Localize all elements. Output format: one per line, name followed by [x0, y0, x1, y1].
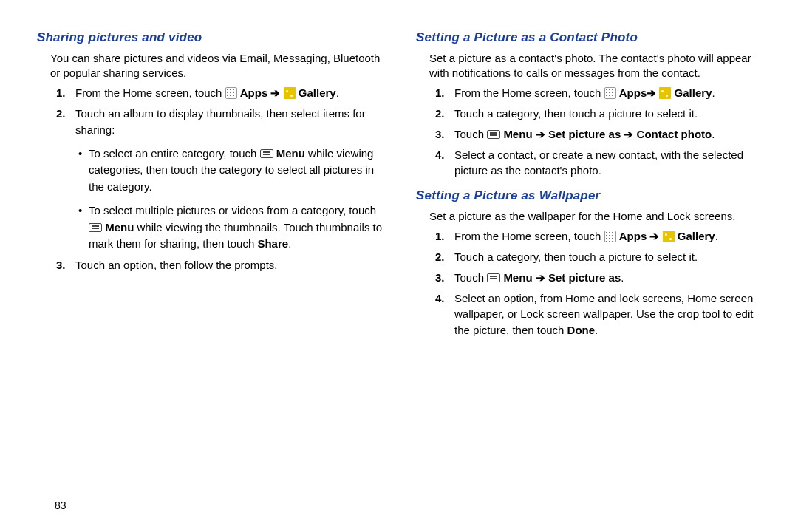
arrow-icon: ➔: [647, 86, 656, 99]
set-picture-as-label: Set picture as: [548, 271, 621, 284]
text: .: [712, 128, 715, 140]
menu-icon: [487, 273, 500, 282]
contact-step-2: 2. Touch a category, then touch a pictur…: [429, 106, 768, 122]
apps-icon: [225, 87, 237, 99]
text: Touch: [454, 271, 487, 284]
apps-icon: [604, 87, 616, 99]
wall-step-1: 1. From the Home screen, touch Apps ➔ Ga…: [429, 228, 768, 245]
arrow-icon: ➔: [536, 128, 545, 140]
wall-step-3: 3. Touch Menu ➔ Set picture as.: [429, 270, 768, 286]
menu-label: Menu: [503, 128, 535, 140]
text: Select an option, from Home and lock scr…: [454, 292, 753, 337]
sharing-step-1: 1. From the Home screen, touch Apps ➔ Ga…: [50, 85, 389, 101]
menu-icon: [89, 223, 102, 232]
sharing-step-2: 2. Touch an album to display thumbnails,…: [50, 106, 389, 253]
heading-contact-photo: Setting a Picture as a Contact Photo: [416, 30, 768, 47]
sharing-bullet-1: To select an entire category, touch Menu…: [75, 146, 389, 196]
text: .: [595, 324, 598, 336]
intro-wallpaper: Set a picture as the wallpaper for the H…: [416, 209, 768, 224]
text: To select an entire category, touch: [89, 147, 260, 160]
text: From the Home screen, touch: [454, 86, 604, 99]
heading-sharing: Sharing pictures and video: [37, 30, 389, 47]
arrow-icon: ➔: [536, 271, 545, 284]
gallery-label: Gallery: [299, 86, 336, 99]
text: .: [621, 271, 624, 284]
menu-icon: [260, 149, 273, 158]
menu-label: Menu: [276, 147, 305, 160]
set-picture-as-label: Set picture as: [548, 128, 624, 140]
text: From the Home screen, touch: [75, 86, 225, 99]
wall-step-4: 4. Select an option, from Home and lock …: [429, 290, 768, 338]
gallery-icon: [659, 87, 671, 99]
apps-label: Apps: [240, 86, 271, 99]
done-label: Done: [567, 324, 596, 336]
text: Touch a category, then touch a picture t…: [454, 106, 768, 122]
arrow-icon: ➔: [649, 230, 659, 242]
text: To select multiple pictures or videos fr…: [89, 204, 376, 216]
gallery-icon: [663, 231, 675, 242]
arrow-icon: ➔: [624, 128, 633, 140]
gallery-label: Gallery: [678, 230, 715, 242]
wall-step-2: 2. Touch a category, then touch a pictur…: [429, 249, 768, 265]
text: Touch: [454, 128, 487, 140]
contact-photo-label: Contact photo: [637, 128, 712, 140]
text: Touch an album to display thumbnails, th…: [75, 107, 366, 136]
apps-label: Apps: [619, 86, 647, 99]
menu-label: Menu: [105, 221, 134, 233]
arrow-icon: ➔: [270, 86, 280, 99]
sharing-bullet-2: To select multiple pictures or videos fr…: [75, 202, 389, 253]
text: .: [336, 86, 339, 99]
text: Select a contact, or create a new contac…: [454, 147, 768, 180]
text: .: [712, 86, 715, 99]
gallery-label: Gallery: [675, 86, 712, 99]
apps-label: Apps: [619, 230, 650, 242]
text: From the Home screen, touch: [454, 230, 604, 242]
text: Touch an option, then follow the prompts…: [75, 257, 389, 273]
contact-step-3: 3. Touch Menu ➔ Set picture as ➔ Contact…: [429, 126, 768, 143]
sharing-step-3: 3. Touch an option, then follow the prom…: [50, 257, 389, 273]
text: .: [715, 230, 718, 242]
share-label: Share: [257, 237, 288, 250]
text: Touch a category, then touch a picture t…: [454, 249, 768, 265]
contact-step-4: 4. Select a contact, or create a new con…: [429, 147, 768, 180]
heading-wallpaper: Setting a Picture as Wallpaper: [416, 188, 768, 205]
apps-icon: [604, 231, 616, 242]
gallery-icon: [284, 87, 296, 99]
menu-icon: [487, 130, 500, 139]
page-number: 83: [55, 499, 66, 513]
contact-step-1: 1. From the Home screen, touch Apps➔ Gal…: [429, 85, 768, 101]
intro-contact: Set a picture as a contact's photo. The …: [416, 51, 768, 81]
menu-label: Menu: [503, 271, 535, 284]
intro-sharing: You can share pictures and videos via Em…: [37, 51, 389, 81]
text: .: [288, 237, 291, 250]
